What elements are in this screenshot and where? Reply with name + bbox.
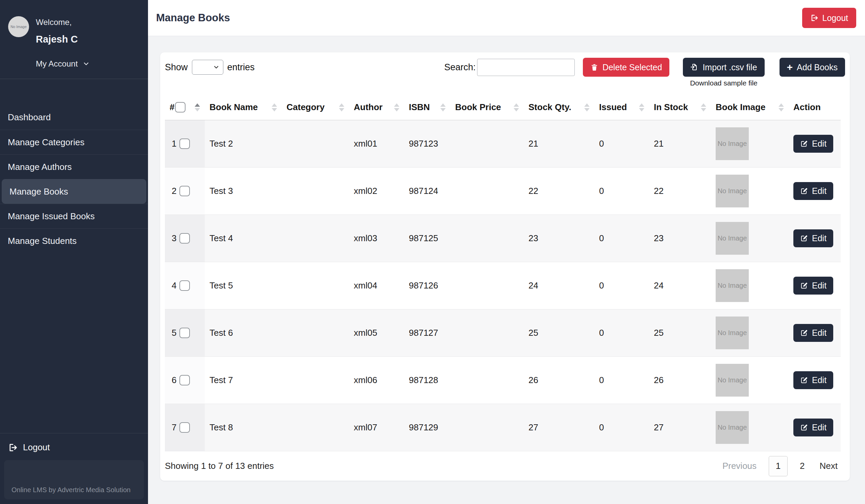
edit-button[interactable]: Edit — [793, 230, 833, 247]
page-length-group: Show entries — [165, 58, 255, 77]
sort-icons — [697, 103, 706, 112]
cell-stock-qty: 26 — [524, 357, 595, 404]
table-row: 7 Test 8 xml07 987129 27 0 27 No Image E… — [165, 404, 841, 451]
edit-button-label: Edit — [812, 281, 827, 291]
next-button[interactable]: Next — [812, 461, 845, 471]
column-header-book-name[interactable]: Book Name — [205, 97, 282, 120]
cell-book-price — [450, 262, 524, 309]
cell-issued: 0 — [595, 120, 649, 167]
page-button-2[interactable]: 2 — [792, 461, 812, 471]
page-length-select[interactable] — [192, 60, 223, 75]
edit-button[interactable]: Edit — [793, 371, 833, 389]
edit-icon — [800, 329, 808, 337]
edit-button[interactable]: Edit — [793, 277, 833, 295]
row-checkbox[interactable] — [180, 280, 190, 291]
edit-button[interactable]: Edit — [793, 135, 833, 153]
cell-category — [282, 215, 349, 262]
cell-book-price — [450, 215, 524, 262]
table-row: 3 Test 4 xml03 987125 23 0 23 No Image E… — [165, 215, 841, 262]
sidebar-logout-button[interactable]: Logout — [0, 442, 148, 453]
sidebar-item-manage-categories[interactable]: Manage Categories — [0, 130, 148, 154]
edit-button-label: Edit — [812, 233, 827, 243]
delete-selected-label: Delete Selected — [602, 62, 662, 72]
row-checkbox[interactable] — [180, 233, 190, 244]
column-header-author[interactable]: Author — [349, 97, 404, 120]
sidebar: No Image Welcome, Rajesh C My Account Da… — [0, 0, 148, 504]
import-csv-button[interactable]: Import .csv file — [683, 58, 764, 77]
column-header-label: Book Name — [209, 102, 258, 113]
my-account-menu[interactable]: My Account — [36, 59, 148, 69]
sort-icons — [191, 103, 200, 112]
credit-panel: Online LMS by Advertric Media Solution — [4, 460, 144, 499]
header-logout-label: Logout — [822, 13, 848, 23]
sidebar-item-manage-issued-books[interactable]: Manage Issued Books — [0, 204, 148, 228]
edit-button-label: Edit — [812, 423, 827, 432]
header-logout-button[interactable]: Logout — [802, 8, 856, 28]
column-header-isbn[interactable]: ISBN — [404, 97, 450, 120]
sidebar-item-label: Manage Authors — [8, 162, 72, 172]
cell-category — [282, 167, 349, 215]
column-header-index[interactable]: # — [165, 97, 205, 120]
sidebar-item-label: Manage Issued Books — [8, 211, 95, 222]
column-header-book-price[interactable]: Book Price — [450, 97, 524, 120]
column-header-in-stock[interactable]: In Stock — [649, 97, 711, 120]
cell-category — [282, 120, 349, 167]
edit-button-label: Edit — [812, 186, 827, 196]
cell-book-name: Test 7 — [205, 357, 282, 404]
search-input[interactable] — [477, 59, 575, 76]
row-index: 4 — [172, 280, 176, 291]
cell-author: xml04 — [349, 262, 404, 309]
sort-desc-icon — [514, 108, 519, 112]
sort-desc-icon — [394, 108, 400, 112]
download-sample-link[interactable]: Download sample file — [690, 79, 758, 87]
app-credit: Online LMS by Advertric Media Solution — [11, 486, 130, 494]
column-header-action: Action — [789, 97, 841, 120]
column-header-category[interactable]: Category — [282, 97, 349, 120]
sidebar-item-dashboard[interactable]: Dashboard — [0, 105, 148, 130]
edit-button[interactable]: Edit — [793, 324, 833, 342]
sidebar-item-manage-authors[interactable]: Manage Authors — [0, 154, 148, 179]
previous-button[interactable]: Previous — [715, 461, 764, 471]
row-checkbox[interactable] — [180, 139, 190, 149]
row-index: 7 — [172, 422, 176, 433]
sort-icons — [636, 103, 644, 112]
row-checkbox[interactable] — [180, 422, 190, 433]
sort-icons — [268, 103, 277, 112]
edit-button-label: Edit — [812, 375, 827, 385]
delete-selected-button[interactable]: Delete Selected — [583, 58, 670, 77]
sidebar-item-manage-students[interactable]: Manage Students — [0, 228, 148, 253]
sidebar-footer: Logout Online LMS by Advertric Media Sol… — [0, 433, 148, 504]
cell-book-price — [450, 309, 524, 357]
table-row: 5 Test 6 xml05 987127 25 0 25 No Image E… — [165, 309, 841, 357]
row-checkbox[interactable] — [180, 186, 190, 196]
cell-stock-qty: 24 — [524, 262, 595, 309]
page-button-1[interactable]: 1 — [769, 456, 788, 476]
edit-button[interactable]: Edit — [793, 419, 833, 436]
sort-desc-icon — [339, 108, 344, 112]
cell-book-name: Test 2 — [205, 120, 282, 167]
edit-button[interactable]: Edit — [793, 182, 833, 200]
row-checkbox[interactable] — [180, 375, 190, 385]
sidebar-nav: Dashboard Manage Categories Manage Autho… — [0, 105, 148, 253]
search-group: Search: — [444, 58, 575, 77]
add-books-button[interactable]: + Add Books — [780, 58, 845, 77]
user-avatar: No Image — [8, 16, 29, 37]
sidebar-logout-label: Logout — [23, 442, 50, 453]
row-checkbox[interactable] — [180, 328, 190, 338]
table-controls: Show entries Search: — [165, 58, 845, 87]
sort-icons — [775, 103, 784, 112]
sidebar-item-label: Manage Books — [10, 186, 68, 197]
table-row: 6 Test 7 xml06 987128 26 0 26 No Image E… — [165, 357, 841, 404]
table-row: 1 Test 2 xml01 987123 21 0 21 No Image E… — [165, 120, 841, 167]
select-all-checkbox[interactable] — [175, 102, 185, 113]
column-header-book-image[interactable]: Book Image — [711, 97, 789, 120]
cell-issued: 0 — [595, 309, 649, 357]
column-header-issued[interactable]: Issued — [595, 97, 649, 120]
sort-asc-icon — [339, 103, 344, 107]
sidebar-divider — [0, 79, 148, 79]
sort-desc-icon — [701, 108, 706, 112]
column-header-stock-qty[interactable]: Stock Qty. — [524, 97, 595, 120]
cell-book-price — [450, 167, 524, 215]
column-header-label: Stock Qty. — [529, 102, 572, 113]
sidebar-item-manage-books[interactable]: Manage Books — [2, 179, 146, 204]
